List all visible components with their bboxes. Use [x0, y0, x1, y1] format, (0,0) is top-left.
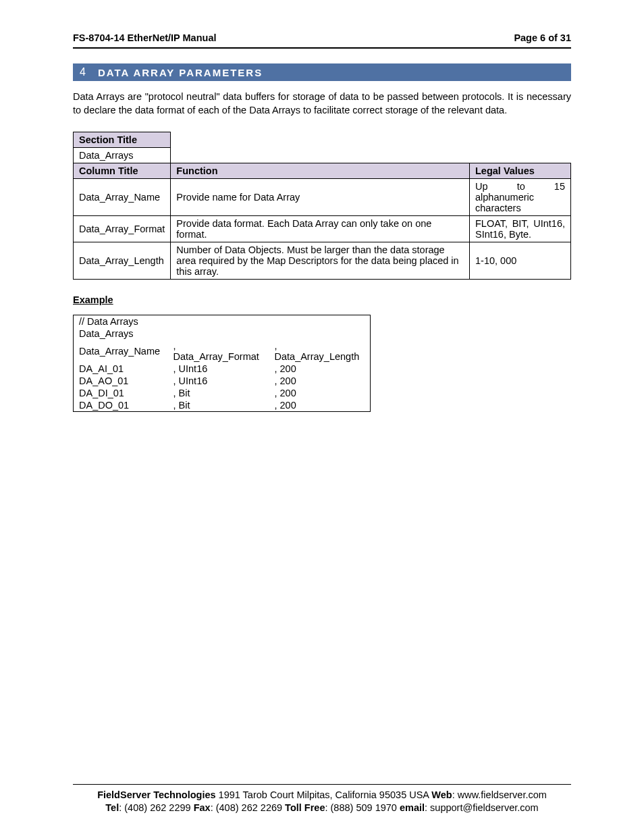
parameters-table: Section Title Data_Arrays Column Title F… [73, 132, 571, 280]
legal-values-label: Legal Values [470, 163, 571, 179]
section-title: DATA ARRAY PARAMETERS [98, 67, 263, 78]
section-number: 4 [80, 66, 86, 78]
page-header: FS-8704-14 EtherNet/IP Manual Page 6 of … [73, 32, 571, 49]
function-label: Function [171, 163, 470, 179]
example-header: , Data_Array_Format [168, 340, 269, 363]
example-header: Data_Array_Name [74, 340, 168, 363]
footer-fax: : (408) 262 2269 [211, 802, 285, 813]
footer-address: 1991 Tarob Court Milpitas, California 95… [216, 789, 432, 800]
example-table: // Data Arrays Data_Arrays Data_Array_Na… [73, 315, 371, 412]
example-declaration: Data_Arrays [74, 328, 371, 340]
header-right: Page 6 of 31 [514, 32, 571, 43]
table-row: Data_Array_Length Number of Data Objects… [74, 242, 571, 280]
page-footer: FieldServer Technologies 1991 Tarob Cour… [73, 784, 571, 815]
footer-toll: : (888) 509 1970 [325, 802, 399, 813]
footer-fax-label: Fax [194, 802, 211, 813]
section-title-value: Data_Arrays [74, 148, 171, 163]
example-header: , Data_Array_Length [269, 340, 371, 363]
example-heading: Example [73, 294, 571, 305]
example-cell: DA_AI_01 [74, 363, 168, 375]
example-cell: DA_DI_01 [74, 387, 168, 399]
footer-toll-label: Toll Free [285, 802, 325, 813]
footer-email: : support@fieldserver.com [425, 802, 539, 813]
table-row: DA_DI_01 , Bit , 200 [74, 387, 371, 399]
example-cell: DA_AO_01 [74, 375, 168, 387]
section-heading: 4 DATA ARRAY PARAMETERS [73, 63, 571, 81]
example-cell: , UInt16 [168, 363, 269, 375]
example-comment: // Data Arrays [74, 315, 371, 328]
example-cell: , 200 [269, 363, 371, 375]
table-row: Data_Arrays [74, 148, 571, 163]
example-cell: , 200 [269, 399, 371, 412]
table-row: Data_Array_Name , Data_Array_Format , Da… [74, 340, 371, 363]
section-title-label: Section Title [74, 132, 171, 148]
table-row: Data_Arrays [74, 328, 371, 340]
example-cell: , 200 [269, 375, 371, 387]
table-row: Data_Array_Format Provide data format. E… [74, 216, 571, 242]
param-legal: FLOAT, BIT, UInt16, SInt16, Byte. [470, 216, 571, 242]
example-cell: DA_DO_01 [74, 399, 168, 412]
table-row: // Data Arrays [74, 315, 371, 328]
param-legal: 1-10, 000 [470, 242, 571, 280]
example-cell: , 200 [269, 387, 371, 399]
table-row: DA_DO_01 , Bit , 200 [74, 399, 371, 412]
param-legal: Up to 15 alphanumeric characters [470, 179, 571, 216]
header-left: FS-8704-14 EtherNet/IP Manual [73, 32, 216, 43]
footer-web: : www.fieldserver.com [452, 789, 547, 800]
footer-email-label: email [400, 802, 425, 813]
table-row: Data_Array_Name Provide name for Data Ar… [74, 179, 571, 216]
example-cell: , UInt16 [168, 375, 269, 387]
table-row: Column Title Function Legal Values [74, 163, 571, 179]
example-cell: , Bit [168, 387, 269, 399]
param-name: Data_Array_Name [74, 179, 171, 216]
table-row: DA_AO_01 , UInt16 , 200 [74, 375, 371, 387]
param-function: Provide data format. Each Data Array can… [171, 216, 470, 242]
param-name: Data_Array_Format [74, 216, 171, 242]
column-title-label: Column Title [74, 163, 171, 179]
param-function: Provide name for Data Array [171, 179, 470, 216]
footer-web-label: Web [431, 789, 452, 800]
param-function: Number of Data Objects. Must be larger t… [171, 242, 470, 280]
footer-company: FieldServer Technologies [97, 789, 215, 800]
footer-tel-label: Tel [105, 802, 119, 813]
footer-tel: : (408) 262 2299 [119, 802, 193, 813]
table-row: Section Title [74, 132, 571, 148]
param-name: Data_Array_Length [74, 242, 171, 280]
example-cell: , Bit [168, 399, 269, 412]
table-row: DA_AI_01 , UInt16 , 200 [74, 363, 371, 375]
intro-paragraph: Data Arrays are "protocol neutral" data … [73, 90, 571, 117]
